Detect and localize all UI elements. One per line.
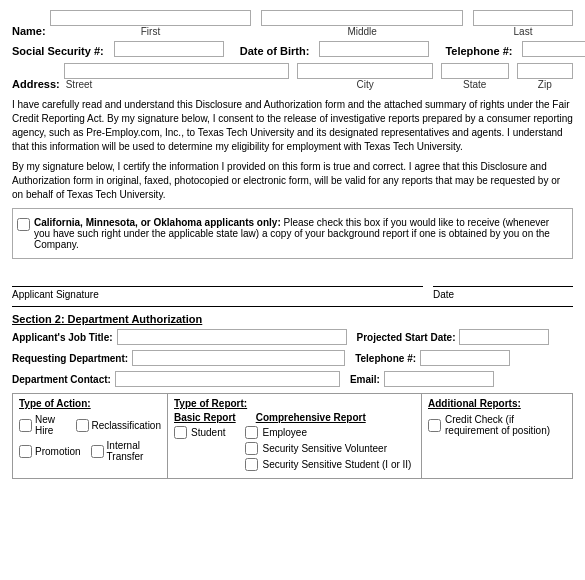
dob-label: Date of Birth: bbox=[240, 45, 310, 57]
projected-start-label: Projected Start Date: bbox=[357, 332, 456, 343]
security-sensitive-volunteer-label: Security Sensitive Volunteer bbox=[262, 443, 387, 454]
internal-transfer-label: Internal Transfer bbox=[107, 440, 161, 462]
reclassification-checkbox[interactable] bbox=[76, 419, 89, 432]
email-input[interactable] bbox=[384, 371, 494, 387]
email-label: Email: bbox=[350, 374, 380, 385]
student-label: Student bbox=[191, 427, 225, 438]
requesting-dept-input[interactable] bbox=[132, 350, 345, 366]
new-hire-label: New Hire bbox=[35, 414, 66, 436]
zip-input[interactable] bbox=[517, 63, 573, 79]
requesting-dept-label: Requesting Department: bbox=[12, 353, 128, 364]
ssn-input[interactable] bbox=[114, 41, 224, 57]
date-label: Date bbox=[433, 289, 573, 300]
additional-reports-col: Additional Reports: Credit Check (if req… bbox=[422, 394, 572, 478]
first-name-input[interactable] bbox=[50, 10, 252, 26]
zip-sublabel: Zip bbox=[517, 79, 573, 90]
last-name-input[interactable] bbox=[473, 10, 573, 26]
reclassification-label: Reclassification bbox=[92, 420, 161, 431]
credit-check-checkbox[interactable] bbox=[428, 419, 441, 432]
applicant-sig-label: Applicant Signature bbox=[12, 289, 423, 300]
ca-notice-checkbox[interactable] bbox=[17, 218, 30, 231]
telephone-input[interactable] bbox=[522, 41, 585, 57]
telephone2-input[interactable] bbox=[420, 350, 510, 366]
comprehensive-report-label: Comprehensive Report bbox=[256, 412, 366, 423]
street-input[interactable] bbox=[64, 63, 290, 79]
last-sublabel: Last bbox=[473, 26, 573, 37]
ca-notice-bold: California, Minnesota, or Oklahoma appli… bbox=[34, 217, 281, 228]
telephone-label: Telephone #: bbox=[445, 45, 512, 57]
city-sublabel: City bbox=[297, 79, 432, 90]
student-checkbox[interactable] bbox=[174, 426, 187, 439]
state-input[interactable] bbox=[441, 63, 509, 79]
type-action-col: Type of Action: New Hire Reclassificatio… bbox=[13, 394, 168, 478]
date-line[interactable] bbox=[433, 267, 573, 287]
employee-label: Employee bbox=[262, 427, 306, 438]
disclosure-text-1: I have carefully read and understand thi… bbox=[12, 98, 573, 154]
ca-notice-box: California, Minnesota, or Oklahoma appli… bbox=[12, 208, 573, 259]
security-sensitive-volunteer-checkbox[interactable] bbox=[245, 442, 258, 455]
security-sensitive-student-checkbox[interactable] bbox=[245, 458, 258, 471]
applicant-signature-line[interactable] bbox=[12, 267, 423, 287]
state-sublabel: State bbox=[441, 79, 509, 90]
type-report-header: Type of Report: bbox=[174, 398, 415, 409]
bottom-table: Type of Action: New Hire Reclassificatio… bbox=[12, 393, 573, 479]
disclosure-text-2: By my signature below, I certify the inf… bbox=[12, 160, 573, 202]
job-title-label: Applicant's Job Title: bbox=[12, 332, 113, 343]
promotion-label: Promotion bbox=[35, 446, 81, 457]
dept-contact-label: Department Contact: bbox=[12, 374, 111, 385]
type-action-header: Type of Action: bbox=[19, 398, 161, 409]
dob-input[interactable] bbox=[319, 41, 429, 57]
job-title-input[interactable] bbox=[117, 329, 347, 345]
promotion-checkbox[interactable] bbox=[19, 445, 32, 458]
additional-reports-header: Additional Reports: bbox=[428, 398, 566, 409]
telephone2-label: Telephone #: bbox=[355, 353, 416, 364]
dept-contact-input[interactable] bbox=[115, 371, 340, 387]
internal-transfer-checkbox[interactable] bbox=[91, 445, 104, 458]
name-label: Name: bbox=[12, 25, 46, 37]
middle-sublabel: Middle bbox=[261, 26, 463, 37]
type-report-col: Type of Report: Basic Report Comprehensi… bbox=[168, 394, 422, 478]
street-sublabel: Street bbox=[64, 79, 290, 90]
security-sensitive-student-label: Security Sensitive Student (I or II) bbox=[262, 459, 411, 470]
new-hire-checkbox[interactable] bbox=[19, 419, 32, 432]
ca-notice-text: California, Minnesota, or Oklahoma appli… bbox=[34, 217, 568, 250]
report-sub-headers: Basic Report Comprehensive Report bbox=[174, 412, 415, 423]
section2-header: Section 2: Department Authorization bbox=[12, 313, 573, 325]
first-sublabel: First bbox=[50, 26, 252, 37]
credit-check-label: Credit Check (if requirement of position… bbox=[445, 414, 566, 436]
projected-start-input[interactable] bbox=[459, 329, 549, 345]
city-input[interactable] bbox=[297, 63, 432, 79]
middle-name-input[interactable] bbox=[261, 10, 463, 26]
employee-checkbox[interactable] bbox=[245, 426, 258, 439]
ssn-label: Social Security #: bbox=[12, 45, 104, 57]
address-label: Address: bbox=[12, 78, 60, 90]
basic-report-label: Basic Report bbox=[174, 412, 236, 423]
